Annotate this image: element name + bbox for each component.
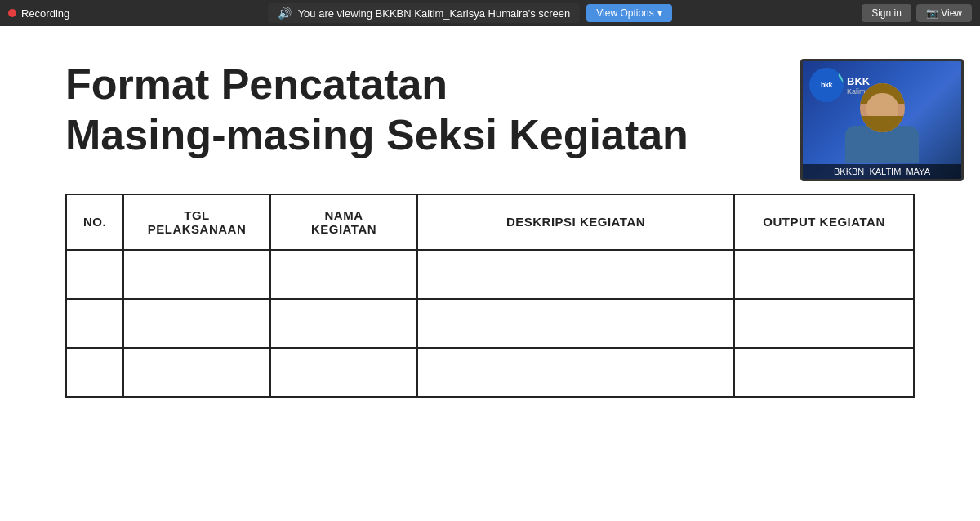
cell-nama-3 [270, 348, 417, 397]
banner-text: You are viewing BKKBN Kaltim_Karisya Hum… [298, 7, 571, 20]
top-bar: Recording 🔊 You are viewing BKKBN Kaltim… [0, 0, 980, 26]
table-row [66, 299, 914, 348]
cell-tgl-2 [123, 299, 270, 348]
view-options-button[interactable]: View Options ▾ [586, 4, 671, 22]
table-container: NO. TGLPELAKSANAAN NAMAKEGIATAN DESKRIPS… [0, 177, 980, 414]
title-line1: Format Pencatatan [65, 60, 448, 108]
col-header-deskripsi: DESKRIPSI KEGIATAN [417, 194, 734, 250]
sign-in-button[interactable]: Sign in [862, 4, 911, 22]
table-row [66, 348, 914, 397]
cell-nama-2 [270, 299, 417, 348]
cell-output-2 [734, 299, 914, 348]
cell-tgl-3 [123, 348, 270, 397]
cell-deskripsi-1 [417, 250, 734, 299]
col-header-output: OUTPUT KEGIATAN [734, 194, 914, 250]
screen-share-banner: 🔊 You are viewing BKKBN Kaltim_Karisya H… [268, 3, 581, 23]
data-table: NO. TGLPELAKSANAAN NAMAKEGIATAN DESKRIPS… [65, 194, 915, 398]
title-line2: Masing-masing Seksi Kegiatan [65, 111, 688, 158]
table-header-row: NO. TGLPELAKSANAAN NAMAKEGIATAN DESKRIPS… [66, 194, 914, 250]
col-header-no: NO. [66, 194, 123, 250]
col-header-tgl: TGLPELAKSANAAN [123, 194, 270, 250]
bkkbn-logo-text: bkk [821, 81, 832, 89]
recording-label: Recording [21, 7, 69, 20]
person-silhouette [845, 83, 919, 163]
slide-area: Format Pencatatan Masing-masing Seksi Ke… [0, 26, 980, 521]
view-button[interactable]: 📷 View [916, 4, 972, 22]
cell-output-3 [734, 348, 914, 397]
cell-output-1 [734, 250, 914, 299]
view-icon: 📷 [926, 7, 938, 19]
camera-video: bkk ♥ BKK Kalim [803, 61, 961, 179]
cell-tgl-1 [123, 250, 270, 299]
col-header-nama: NAMAKEGIATAN [270, 194, 417, 250]
title-heading: Format Pencatatan Masing-masing Seksi Ke… [65, 59, 915, 161]
chevron-down-icon: ▾ [657, 7, 662, 19]
view-button-label: View [941, 7, 962, 19]
cell-no-1 [66, 250, 123, 299]
recording-badge: Recording [0, 0, 78, 26]
camera-label: BKKBN_KALTIM_MAYA [803, 164, 961, 179]
speaker-icon: 🔊 [278, 7, 292, 20]
cell-deskripsi-2 [417, 299, 734, 348]
recording-dot-icon [8, 9, 16, 17]
table-row [66, 250, 914, 299]
cell-nama-1 [270, 250, 417, 299]
camera-overlay: bkk ♥ BKK Kalim [800, 59, 964, 181]
cell-no-2 [66, 299, 123, 348]
view-options-label: View Options [596, 7, 653, 19]
cell-deskripsi-3 [417, 348, 734, 397]
cell-no-3 [66, 348, 123, 397]
top-right-buttons: Sign in 📷 View [862, 4, 980, 22]
